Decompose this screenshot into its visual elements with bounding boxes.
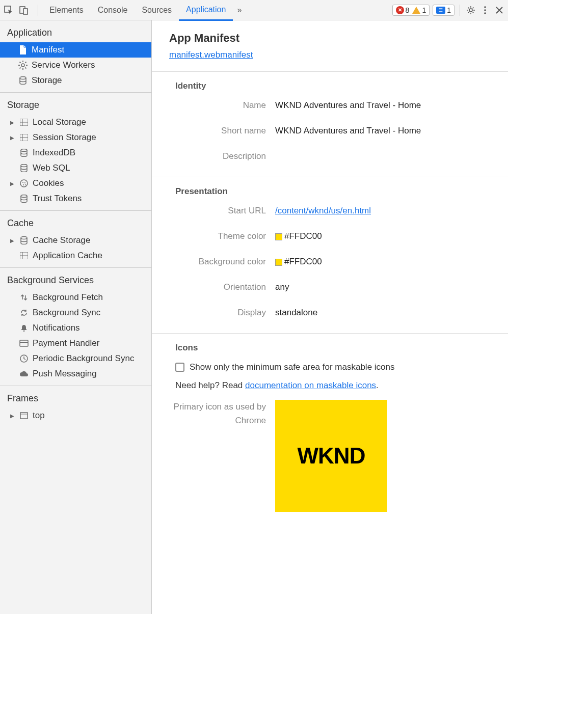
sidebar-item-label: Notifications [33,323,80,333]
chevron-right-icon: ▶ [10,120,15,125]
name-value: WKND Adventures and Travel - Home [275,100,508,111]
manifest-panel: App Manifest manifest.webmanifest Identi… [152,20,508,614]
devtools-toolbar: Elements Console Sources Application » ✕… [0,0,508,20]
grid-icon [19,252,29,259]
sidebar-item-websql[interactable]: ▶ Web SQL [0,160,151,176]
tab-elements[interactable]: Elements [42,0,91,20]
cloud-icon [19,371,29,377]
warning-icon [412,7,420,14]
svg-point-22 [21,195,27,198]
grid-icon [19,119,29,126]
themecolor-swatch [275,233,282,240]
sidebar-item-label: Background Sync [33,308,100,318]
chevron-right-icon: ▶ [10,181,15,186]
primary-icon-label: Primary icon as used by Chrome [169,400,266,427]
svg-point-8 [20,77,26,79]
more-icon[interactable] [479,5,491,16]
messages-badge[interactable]: ☰ 1 [433,5,455,16]
warning-count: 1 [422,6,426,14]
svg-point-6 [484,12,486,14]
sidebar-item-bg-fetch[interactable]: ▶ Background Fetch [0,290,151,305]
bgcolor-label: Background color [169,257,266,267]
maskable-checkbox[interactable] [175,363,184,372]
orientation-value: any [275,282,508,292]
svg-point-5 [484,9,486,11]
document-icon [18,45,28,54]
tab-overflow[interactable]: » [233,0,246,20]
sidebar-item-label: Cache Storage [33,235,90,245]
sidebar-item-manifest[interactable]: Manifest [0,42,151,58]
starturl-link[interactable]: /content/wknd/us/en.html [275,206,371,215]
svg-rect-2 [23,9,28,14]
error-count: 8 [406,6,410,14]
svg-point-15 [21,149,27,152]
sidebar-item-label: Service Workers [32,60,95,70]
tab-sources[interactable]: Sources [135,0,179,20]
icon-text: WKND [298,443,365,469]
sidebar-item-label: IndexedDB [33,148,75,158]
device-toggle-icon[interactable] [18,5,30,16]
toolbar-divider [460,5,460,16]
svg-point-4 [484,6,486,8]
themecolor-label: Theme color [169,231,266,241]
tab-application[interactable]: Application [179,1,233,21]
sidebar-item-cookies[interactable]: ▶ Cookies [0,176,151,191]
database-icon [18,76,28,85]
svg-point-21 [25,184,26,185]
svg-point-16 [21,165,27,167]
svg-point-3 [469,9,472,12]
sidebar-item-application-cache[interactable]: ▶ Application Cache [0,248,151,263]
svg-rect-27 [20,340,28,346]
sidebar-item-periodic-sync[interactable]: ▶ Periodic Background Sync [0,351,151,366]
toolbar-divider [38,5,38,16]
svg-point-17 [20,180,28,187]
manifest-file-link[interactable]: manifest.webmanifest [169,50,253,60]
icons-section-title: Icons [175,343,508,353]
shortname-label: Short name [169,126,266,136]
primary-icon-preview: WKND [275,400,387,512]
chevron-right-icon: ▶ [10,238,15,243]
sidebar-item-label: Storage [32,75,62,86]
chevron-right-icon: ▶ [10,135,15,141]
error-warning-badge[interactable]: ✕ 8 1 [392,5,430,16]
sidebar-item-cache-storage[interactable]: ▶ Cache Storage [0,233,151,248]
maskable-checkbox-label: Show only the minimum safe area for mask… [190,362,395,372]
starturl-label: Start URL [169,206,266,216]
sidebar-item-payment-handler[interactable]: ▶ Payment Handler [0,336,151,351]
sidebar-section-bg-services: Background Services [0,272,151,290]
chevron-right-icon: ▶ [10,413,15,419]
gear-icon [18,61,28,70]
sidebar-item-indexeddb[interactable]: ▶ IndexedDB [0,145,151,160]
display-label: Display [169,308,266,318]
sidebar-item-storage[interactable]: Storage [0,73,151,88]
sidebar-item-session-storage[interactable]: ▶ Session Storage [0,130,151,145]
close-icon[interactable] [494,5,505,16]
inspect-icon[interactable] [3,5,14,16]
help-text-prefix: Need help? Read [175,380,245,390]
sidebar-item-push-messaging[interactable]: ▶ Push Messaging [0,366,151,381]
sidebar-item-top-frame[interactable]: ▶ top [0,408,151,423]
sidebar-item-label: Push Messaging [33,369,97,379]
message-count: 1 [447,6,451,14]
sidebar-item-bg-sync[interactable]: ▶ Background Sync [0,305,151,320]
database-icon [19,195,29,203]
sidebar-item-local-storage[interactable]: ▶ Local Storage [0,115,151,130]
sidebar-item-label: Session Storage [33,132,96,143]
sidebar-item-trust-tokens[interactable]: ▶ Trust Tokens [0,191,151,206]
sidebar-item-label: Application Cache [33,251,102,261]
application-sidebar: Application Manifest Service Workers Sto… [0,20,152,614]
svg-rect-30 [20,413,28,419]
card-icon [19,340,29,347]
toolbar-tabs: Elements Console Sources Application » [42,0,390,20]
sidebar-item-label: Payment Handler [33,338,99,348]
sidebar-item-label: Local Storage [33,117,86,127]
tab-console[interactable]: Console [91,0,135,20]
sidebar-item-notifications[interactable]: ▶ Notifications [0,320,151,336]
svg-point-20 [23,184,24,185]
maskable-docs-link[interactable]: documentation on maskable icons [245,380,376,390]
svg-point-19 [24,182,25,183]
name-label: Name [169,100,266,111]
sidebar-item-service-workers[interactable]: Service Workers [0,58,151,73]
sync-icon [19,309,29,317]
settings-icon[interactable] [465,5,476,16]
